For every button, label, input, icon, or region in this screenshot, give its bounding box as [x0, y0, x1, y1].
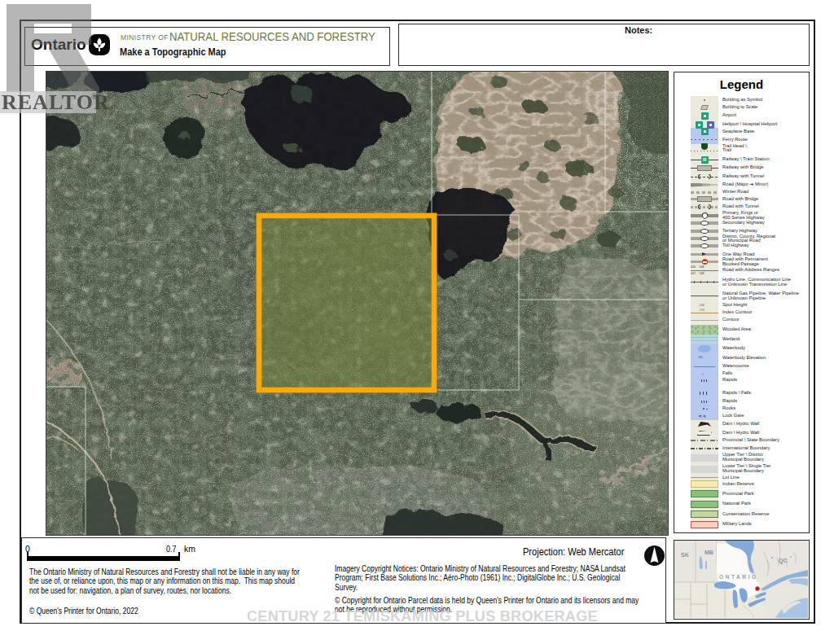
svg-text:QC: QC: [779, 558, 788, 564]
svg-text:SK: SK: [681, 552, 689, 558]
svg-text:ONTARIO: ONTARIO: [719, 574, 758, 580]
svg-text:®: ®: [91, 92, 98, 101]
svg-text:MB: MB: [705, 550, 713, 555]
